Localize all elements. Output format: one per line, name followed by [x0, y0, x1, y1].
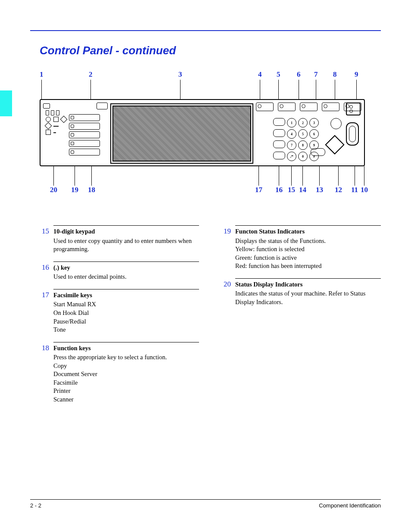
- callout-14: 14: [299, 186, 306, 194]
- leader-7: [316, 80, 316, 99]
- item-body: Function keysPress the appropriate key t…: [53, 342, 199, 404]
- clear-stop-key: [311, 148, 325, 156]
- item-line: Red: function has been interrupted: [235, 262, 381, 271]
- callout-12: 12: [335, 186, 342, 194]
- footer-section: Component Identification: [319, 502, 381, 509]
- item-number: 16: [36, 261, 53, 272]
- leader-2: [90, 80, 91, 99]
- item-body: (.) keyUsed to enter decimal points.: [53, 261, 199, 281]
- page: Control Panel - continued 123456789 ▬▬ ▬: [0, 0, 411, 532]
- item-number: 19: [218, 225, 235, 236]
- leader-5: [278, 80, 279, 99]
- callout-4: 4: [258, 70, 262, 79]
- leader-17: [258, 166, 259, 186]
- page-title: Control Panel - continued: [40, 44, 381, 57]
- callout-1: 1: [40, 70, 44, 79]
- item-line: Used to enter copy quantity and to enter…: [53, 237, 199, 254]
- fn-key-scanner: [69, 149, 100, 156]
- column-right: 19Functon Status IndicatorsDisplays the …: [218, 225, 381, 412]
- start-key: [325, 135, 344, 154]
- footer: 2 - 2 Component Identification: [30, 499, 381, 509]
- item-title: Status Display Indicators: [235, 280, 381, 289]
- leader-15: [291, 166, 292, 186]
- item-line: Green: function is active: [235, 254, 381, 262]
- fn-key-copy: [69, 114, 100, 121]
- key-check: [256, 103, 274, 111]
- item-number: 18: [36, 342, 53, 352]
- item-title: Facsimile keys: [53, 291, 199, 300]
- leader-13: [319, 166, 320, 186]
- callout-15: 15: [288, 186, 295, 194]
- panel-left-group: ▬▬ ▬: [43, 103, 108, 136]
- descriptions: 1510-digit keypadUsed to enter copy quan…: [36, 225, 381, 412]
- top-rule: [30, 30, 381, 31]
- leader-18: [91, 166, 92, 186]
- callout-5: 5: [277, 70, 280, 79]
- leader-19: [75, 166, 75, 186]
- leader-12: [338, 166, 339, 186]
- callout-20: 20: [50, 186, 57, 194]
- item-line: Start Manual RX: [53, 300, 199, 309]
- callout-9: 9: [355, 70, 358, 79]
- key-clearmodes: [300, 103, 318, 111]
- leader-16: [279, 166, 279, 186]
- item-line: Copy: [53, 362, 199, 370]
- item-line: On Hook Dial: [53, 309, 199, 317]
- item-number: 15: [36, 225, 53, 236]
- item-17: 17Facsimile keysStart Manual RXOn Hook D…: [36, 289, 199, 334]
- item-20: 20Status Display IndicatorsIndicates the…: [218, 278, 381, 307]
- panel-right-group: 123 456 789 ./*0#: [256, 103, 361, 163]
- leader-11: [355, 166, 355, 186]
- leader-8: [335, 80, 335, 99]
- item-line: Used to enter decimal points.: [53, 273, 199, 281]
- main-power-indicator: [346, 103, 361, 115]
- fn-key-printer: [69, 140, 100, 147]
- item-line: Printer: [53, 387, 199, 395]
- callout-3: 3: [178, 70, 182, 79]
- item-title: Function keys: [53, 344, 199, 353]
- operation-switch: [346, 122, 359, 146]
- item-title: (.) key: [53, 264, 199, 272]
- item-number: 20: [218, 278, 235, 289]
- sample-copy-key: [330, 118, 342, 129]
- leader-10: [364, 166, 364, 186]
- item-line: Tone: [53, 326, 199, 334]
- lcd-screen: [110, 103, 253, 164]
- callout-10: 10: [361, 186, 368, 194]
- fn-key-docserver: [69, 123, 100, 130]
- leader-9: [356, 80, 357, 99]
- callout-8: 8: [333, 70, 337, 79]
- item-line: Pause/Redial: [53, 317, 199, 326]
- item-19: 19Functon Status IndicatorsDisplays the …: [218, 225, 381, 271]
- leader-14: [302, 166, 303, 186]
- item-15: 1510-digit keypadUsed to enter copy quan…: [36, 225, 199, 254]
- item-body: 10-digit keypadUsed to enter copy quanti…: [53, 225, 199, 254]
- key-program: [278, 103, 296, 111]
- callout-17: 17: [255, 186, 262, 194]
- leader-6: [299, 80, 299, 99]
- callout-2: 2: [89, 70, 93, 79]
- callout-13: 13: [316, 186, 323, 194]
- panel-outline: ▬▬ ▬ 123 456 7: [40, 99, 365, 166]
- item-line: Yellow: function is selected: [235, 245, 381, 254]
- item-line: Scanner: [53, 395, 199, 404]
- item-body: Status Display IndicatorsIndicates the s…: [235, 278, 381, 307]
- callouts-top: 123456789: [40, 70, 365, 80]
- callout-6: 6: [297, 70, 301, 79]
- control-panel-figure: 123456789 ▬▬ ▬: [40, 70, 365, 195]
- callout-18: 18: [88, 186, 95, 194]
- item-line: Displays the status of the Functions.: [235, 237, 381, 246]
- callout-11: 11: [351, 186, 358, 194]
- footer-page-number: 2 - 2: [30, 502, 41, 509]
- item-16: 16(.) keyUsed to enter decimal points.: [36, 261, 199, 281]
- item-title: Functon Status Indicators: [235, 227, 381, 236]
- callouts-bottom: 2019181716151413121110: [40, 186, 365, 195]
- fn-key-facsimile: [69, 131, 100, 138]
- callout-16: 16: [275, 186, 283, 194]
- item-body: Facsimile keysStart Manual RXOn Hook Dia…: [53, 289, 199, 334]
- item-number: 17: [36, 289, 53, 299]
- leader-20: [53, 166, 54, 186]
- leader-3: [180, 80, 181, 99]
- item-line: Document Server: [53, 370, 199, 379]
- item-line: Facsimile: [53, 379, 199, 387]
